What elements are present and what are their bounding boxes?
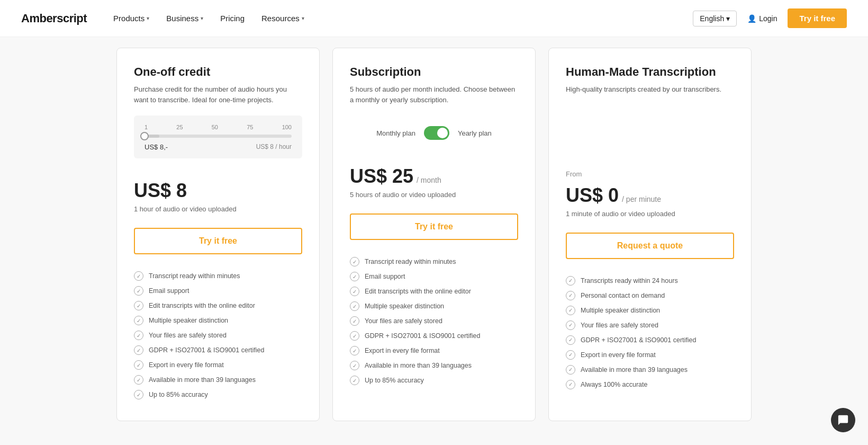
navigation: Amberscript Products▾Business▾PricingRes… xyxy=(0,0,868,37)
check-icon: ✓ xyxy=(566,335,575,345)
cta-button[interactable]: Request a quote xyxy=(566,233,734,259)
check-icon: ✓ xyxy=(350,346,359,355)
price-desc: 1 minute of audio or video uploaded xyxy=(566,210,734,218)
check-icon: ✓ xyxy=(134,316,143,325)
main-content: One-off credit Purchase credit for the n… xyxy=(0,37,868,445)
feature-text: GDPR + ISO27001 & ISO9001 certified xyxy=(365,332,481,340)
chevron-down-icon: ▾ xyxy=(726,14,730,23)
nav-link-business[interactable]: Business▾ xyxy=(166,14,203,23)
logo[interactable]: Amberscript xyxy=(21,12,87,25)
card-desc: High-quality transcripts created by our … xyxy=(566,84,734,95)
feature-text: Multiple speaker distinction xyxy=(149,317,228,324)
price-row: US$ 0 / per minute xyxy=(566,184,734,207)
feature-text: Your files are safely stored xyxy=(581,322,658,329)
list-item: ✓ Personal contact on demand xyxy=(566,291,734,300)
price-row: US$ 8 xyxy=(134,180,302,202)
feature-text: Transcript ready within minutes xyxy=(149,272,240,280)
feature-text: Up to 85% accuracy xyxy=(149,391,208,398)
list-item: ✓ Transcripts ready within 24 hours xyxy=(566,276,734,286)
nav-link-label: Products xyxy=(113,14,144,23)
nav-link-label: Pricing xyxy=(220,14,245,23)
chevron-icon: ▾ xyxy=(147,15,149,21)
list-item: ✓ Available in more than 39 languages xyxy=(350,361,518,370)
check-icon: ✓ xyxy=(350,331,359,341)
list-item: ✓ GDPR + ISO27001 & ISO9001 certified xyxy=(350,331,518,341)
check-icon: ✓ xyxy=(350,361,359,370)
list-item: ✓ Multiple speaker distinction xyxy=(566,306,734,315)
slider-mark: 1 xyxy=(144,124,148,130)
nav-right: English ▾ 👤 Login Try it free xyxy=(693,8,847,28)
chat-bubble[interactable] xyxy=(831,408,855,432)
feature-text: Email support xyxy=(149,287,189,295)
nav-link-label: Business xyxy=(166,14,198,23)
slider-price-right: US$ 8 / hour xyxy=(256,143,292,151)
toggle-widget: Monthly plan Yearly plan xyxy=(350,115,518,161)
feature-text: Up to 85% accuracy xyxy=(365,377,424,384)
price-unit: / month xyxy=(417,176,441,184)
check-icon: ✓ xyxy=(350,287,359,296)
pricing-card-human-made: Human-Made Transcription High-quality tr… xyxy=(548,48,752,421)
feature-list: ✓ Transcript ready within minutes ✓ Emai… xyxy=(134,271,302,399)
check-icon: ✓ xyxy=(566,365,575,375)
price-desc: 1 hour of audio or video uploaded xyxy=(134,205,302,213)
price-main: US$ 25 xyxy=(350,165,413,188)
price-unit: / per minute xyxy=(622,195,661,203)
slider-widget: 1255075100 US$ 8,- US$ 8 / hour xyxy=(134,115,302,158)
list-item: ✓ Available in more than 39 languages xyxy=(134,375,302,385)
feature-text: Edit transcripts with the online editor xyxy=(149,302,255,309)
nav-link-pricing[interactable]: Pricing xyxy=(220,14,245,23)
slider-mark: 25 xyxy=(176,124,183,130)
list-item: ✓ Edit transcripts with the online edito… xyxy=(134,301,302,310)
pricing-card-one-off: One-off credit Purchase credit for the n… xyxy=(116,48,320,421)
check-icon: ✓ xyxy=(350,301,359,311)
toggle-thumb xyxy=(437,128,448,138)
feature-text: GDPR + ISO27001 & ISO9001 certified xyxy=(581,336,697,344)
feature-text: Your files are safely stored xyxy=(365,317,442,325)
list-item: ✓ Export in every file format xyxy=(566,350,734,360)
check-icon: ✓ xyxy=(134,286,143,296)
feature-text: Multiple speaker distinction xyxy=(581,307,660,314)
cta-button[interactable]: Try it free xyxy=(134,228,302,254)
list-item: ✓ Edit transcripts with the online edito… xyxy=(350,287,518,296)
login-button[interactable]: 👤 Login xyxy=(747,14,777,23)
check-icon: ✓ xyxy=(566,321,575,330)
from-label: From xyxy=(566,170,734,178)
chat-icon xyxy=(837,414,849,426)
nav-link-resources[interactable]: Resources▾ xyxy=(261,14,304,23)
list-item: ✓ Email support xyxy=(134,286,302,296)
check-icon: ✓ xyxy=(134,390,143,399)
check-icon: ✓ xyxy=(134,331,143,340)
cta-button[interactable]: Try it free xyxy=(350,213,518,240)
feature-text: GDPR + ISO27001 & ISO9001 certified xyxy=(149,346,265,354)
feature-text: Personal contact on demand xyxy=(581,292,665,299)
language-label: English xyxy=(700,14,724,23)
price-main: US$ 8 xyxy=(134,180,187,202)
price-desc: 5 hours of audio or video uploaded xyxy=(350,191,518,199)
toggle-monthly-label: Monthly plan xyxy=(376,129,415,137)
feature-list: ✓ Transcript ready within minutes ✓ Emai… xyxy=(350,257,518,385)
card-title: One-off credit xyxy=(134,65,302,79)
check-icon: ✓ xyxy=(566,380,575,389)
try-it-free-button[interactable]: Try it free xyxy=(788,8,847,28)
list-item: ✓ GDPR + ISO27001 & ISO9001 certified xyxy=(134,345,302,355)
nav-link-products[interactable]: Products▾ xyxy=(113,14,149,23)
check-icon: ✓ xyxy=(134,345,143,355)
feature-text: Transcript ready within minutes xyxy=(365,258,456,265)
list-item: ✓ Multiple speaker distinction xyxy=(350,301,518,311)
check-icon: ✓ xyxy=(134,301,143,310)
language-selector[interactable]: English ▾ xyxy=(693,11,737,26)
check-icon: ✓ xyxy=(350,376,359,385)
feature-text: Always 100% accurate xyxy=(581,381,647,388)
chevron-icon: ▾ xyxy=(302,15,304,21)
list-item: ✓ Export in every file format xyxy=(350,346,518,355)
slider-thumb[interactable] xyxy=(140,132,149,140)
check-icon: ✓ xyxy=(566,276,575,286)
nav-links: Products▾Business▾PricingResources▾ xyxy=(113,14,693,23)
slider-track[interactable] xyxy=(144,135,292,138)
list-item: ✓ Up to 85% accuracy xyxy=(134,390,302,399)
plan-toggle[interactable] xyxy=(424,126,449,140)
feature-text: Transcripts ready within 24 hours xyxy=(581,277,678,284)
feature-text: Your files are safely stored xyxy=(149,332,227,339)
chevron-icon: ▾ xyxy=(201,15,203,21)
toggle-yearly-label: Yearly plan xyxy=(458,129,492,137)
